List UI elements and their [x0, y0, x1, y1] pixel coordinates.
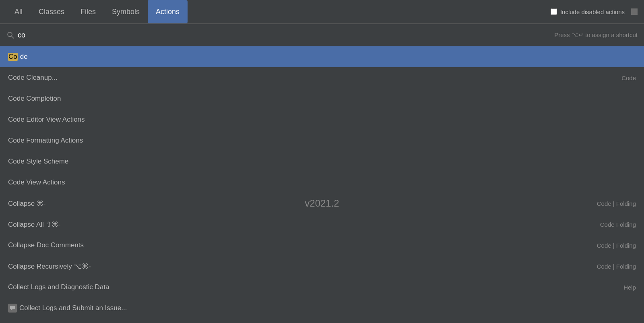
- tab-classes[interactable]: Classes: [31, 0, 72, 23]
- item-category: Code | Folding: [597, 263, 636, 270]
- tab-files[interactable]: Files: [72, 0, 104, 23]
- item-icon: [8, 304, 17, 313]
- search-icon: [6, 31, 14, 39]
- item-category: Help: [623, 284, 636, 291]
- item-label: Code Cleanup...: [8, 74, 621, 82]
- include-disabled-container: Include disabled actions: [551, 8, 638, 15]
- list-item[interactable]: Collapse Recursively ⌥⌘- Code | Folding: [0, 256, 644, 277]
- list-item[interactable]: Code View Actions: [0, 172, 644, 193]
- highlight-text: Co: [8, 53, 18, 61]
- svg-marker-3: [11, 309, 12, 311]
- item-label: Collect Logs and Diagnostic Data: [8, 283, 623, 291]
- search-icon-wrap: [6, 31, 14, 39]
- shortcut-hint: Press ⌥↵ to assign a shortcut: [554, 31, 638, 39]
- list-item[interactable]: Code Editor View Actions: [0, 109, 644, 130]
- tab-symbols[interactable]: Symbols: [104, 0, 148, 23]
- item-category: Code Folding: [600, 221, 636, 228]
- item-category: Code | Folding: [597, 242, 636, 249]
- list-item[interactable]: Code Formatting Actions: [0, 130, 644, 151]
- item-label: Code Editor View Actions: [8, 116, 636, 124]
- item-label: Collapse Doc Comments: [8, 241, 597, 249]
- item-label: Code Style Scheme: [8, 157, 636, 166]
- list-item[interactable]: Collect Logs and Submit an Issue...: [0, 298, 644, 319]
- list-container: Code Code Cleanup... Code Code Completio…: [0, 46, 644, 323]
- item-label: Code View Actions: [8, 178, 636, 186]
- item-label: Code Formatting Actions: [8, 137, 636, 145]
- item-category: Code: [621, 75, 636, 81]
- list-item[interactable]: Edit: Column Selection Mode ⇧⌘8 OFF: [0, 319, 644, 323]
- list-item[interactable]: Code: [0, 46, 644, 67]
- include-disabled-checkbox[interactable]: [551, 8, 557, 15]
- search-input[interactable]: [18, 31, 554, 39]
- list-item[interactable]: Collapse Doc Comments Code | Folding: [0, 235, 644, 256]
- list-item[interactable]: Collapse ⌘- v2021.2 Code | Folding: [0, 193, 644, 214]
- tab-all[interactable]: All: [6, 0, 31, 23]
- search-bar: Press ⌥↵ to assign a shortcut: [0, 24, 644, 46]
- list-item[interactable]: Code Cleanup... Code: [0, 67, 644, 88]
- item-label: Code Completion: [8, 95, 636, 103]
- item-label: Collapse ⌘-: [8, 199, 597, 208]
- include-disabled-label: Include disabled actions: [560, 8, 625, 15]
- item-label: Collapse All ⇧⌘-: [8, 220, 600, 229]
- svg-rect-2: [10, 306, 15, 309]
- tab-actions[interactable]: Actions: [148, 0, 188, 23]
- item-label: Collapse Recursively ⌥⌘-: [8, 262, 597, 271]
- list-item[interactable]: Collapse All ⇧⌘- Code Folding: [0, 214, 644, 235]
- list-item[interactable]: Collect Logs and Diagnostic Data Help: [0, 277, 644, 298]
- item-label: Code: [8, 53, 636, 61]
- item-category: Code | Folding: [597, 200, 636, 207]
- chat-icon: [10, 305, 15, 311]
- list-item[interactable]: Code Completion: [0, 88, 644, 109]
- minimize-button[interactable]: [631, 8, 638, 15]
- item-label-suffix: de: [20, 53, 28, 61]
- item-label: Collect Logs and Submit an Issue...: [19, 304, 636, 312]
- tab-bar: All Classes Files Symbols Actions Includ…: [0, 0, 644, 24]
- svg-line-1: [12, 36, 14, 39]
- list-item[interactable]: Code Style Scheme: [0, 151, 644, 172]
